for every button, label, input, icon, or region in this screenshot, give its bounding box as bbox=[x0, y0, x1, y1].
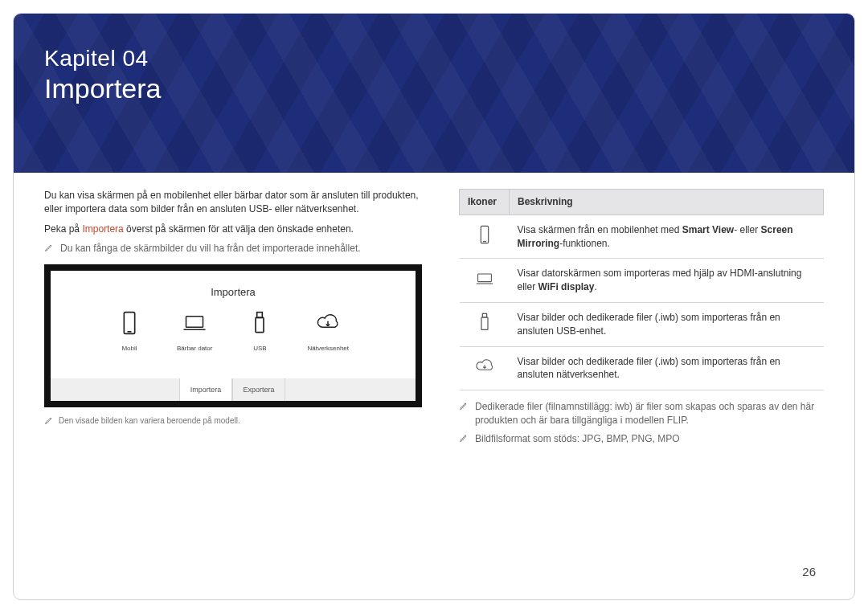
txt: - eller bbox=[734, 224, 760, 235]
mock-icons-row: Mobil Bärbar dator USB bbox=[51, 311, 416, 353]
intro-paragraph: Du kan visa skärmen på en mobilenhet ell… bbox=[44, 189, 422, 216]
mock-item-network: Nätverksenhet bbox=[307, 311, 349, 353]
table-row: Visar datorskärmen som importeras med hj… bbox=[460, 259, 824, 303]
instruction-post: överst på skärmen för att välja den önsk… bbox=[124, 223, 354, 235]
page-frame: Kapitel 04 Importera Du kan visa skärmen… bbox=[13, 13, 855, 600]
mock-item-usb: USB bbox=[248, 311, 272, 353]
svg-rect-7 bbox=[477, 274, 491, 282]
pen-icon bbox=[44, 415, 54, 428]
svg-rect-0 bbox=[124, 313, 134, 334]
txt-bold: WiFi display bbox=[538, 281, 595, 292]
laptop-icon bbox=[182, 311, 207, 339]
svg-rect-2 bbox=[186, 317, 203, 328]
laptop-icon bbox=[475, 280, 494, 291]
content-columns: Du kan visa skärmen på en mobilenhet ell… bbox=[14, 173, 854, 452]
mock-tab-exportera: Exportera bbox=[232, 378, 285, 401]
table-row: Visa skärmen från en mobilenhet med Smar… bbox=[460, 215, 824, 259]
tip-text: Du kan fånga de skärmbilder du vill ha f… bbox=[60, 242, 361, 256]
th-icons: Ikoner bbox=[460, 190, 510, 215]
row-desc: Visar bilder och dedikerade filer (.iwb)… bbox=[510, 302, 824, 346]
svg-rect-5 bbox=[481, 227, 488, 243]
pen-icon bbox=[44, 243, 54, 256]
instruction-accent: Importera bbox=[82, 223, 123, 235]
page-number: 26 bbox=[802, 565, 816, 578]
usb-icon bbox=[475, 323, 494, 334]
txt-bold: Smart View bbox=[682, 224, 734, 235]
mock-tabs: Importera Exportera bbox=[51, 378, 416, 401]
table-row: Visar bilder och dedikerade filer (.iwb)… bbox=[460, 302, 824, 346]
cloud-download-icon bbox=[316, 311, 340, 339]
svg-rect-4 bbox=[256, 318, 264, 333]
importera-screenshot: Importera Mobil Bärbar dat bbox=[44, 264, 422, 407]
instruction-pre: Peka på bbox=[44, 223, 82, 235]
tip-line: Du kan fånga de skärmbilder du vill ha f… bbox=[44, 242, 422, 256]
txt: -funktionen. bbox=[559, 238, 610, 249]
chapter-label: Kapitel 04 bbox=[44, 46, 824, 72]
row-desc: Visar datorskärmen som importeras med hj… bbox=[510, 259, 824, 303]
instruction-line: Peka på Importera överst på skärmen för … bbox=[44, 223, 422, 236]
cloud-download-icon bbox=[475, 367, 494, 378]
mock-item-mobile: Mobil bbox=[117, 311, 141, 353]
note-text: Bildfilsformat som stöds: JPG, BMP, PNG,… bbox=[475, 432, 680, 447]
row-desc: Visa skärmen från en mobilenhet med Smar… bbox=[510, 215, 824, 259]
icon-description-table: Ikoner Beskrivning Visa skärmen från en … bbox=[459, 189, 824, 390]
chapter-title: Importera bbox=[44, 73, 824, 104]
mock-item-label: Bärbar dator bbox=[177, 344, 212, 353]
mobile-icon bbox=[475, 235, 494, 247]
pen-icon bbox=[459, 401, 469, 427]
chapter-hero: Kapitel 04 Importera bbox=[14, 14, 854, 173]
caption-text: Den visade bilden kan variera beroende p… bbox=[59, 415, 240, 428]
note-text: Dedikerade filer (filnamnstillägg: iwb) … bbox=[475, 400, 824, 427]
table-row: Visar bilder och dedikerade filer (.iwb)… bbox=[460, 346, 824, 390]
mock-body: Importera Mobil Bärbar dat bbox=[51, 271, 416, 378]
th-desc: Beskrivning bbox=[510, 190, 824, 215]
left-column: Du kan visa skärmen på en mobilenhet ell… bbox=[44, 189, 422, 452]
svg-rect-8 bbox=[482, 314, 486, 318]
note-line: Bildfilsformat som stöds: JPG, BMP, PNG,… bbox=[459, 432, 824, 447]
txt: Visa skärmen från en mobilenhet med bbox=[518, 224, 682, 235]
note-line: Dedikerade filer (filnamnstillägg: iwb) … bbox=[459, 400, 824, 427]
pen-icon bbox=[459, 433, 469, 447]
mock-item-label: USB bbox=[253, 344, 266, 353]
row-desc: Visar bilder och dedikerade filer (.iwb)… bbox=[510, 346, 824, 390]
usb-icon bbox=[248, 311, 272, 339]
mobile-icon bbox=[117, 311, 141, 339]
mock-item-label: Mobil bbox=[121, 344, 137, 353]
mock-caption: Den visade bilden kan variera beroende p… bbox=[44, 415, 422, 428]
txt: . bbox=[594, 281, 596, 292]
svg-rect-9 bbox=[481, 317, 488, 329]
mock-item-laptop: Bärbar dator bbox=[177, 311, 212, 353]
svg-rect-3 bbox=[257, 313, 263, 318]
mock-tab-importera: Importera bbox=[179, 378, 232, 401]
mock-title: Importera bbox=[51, 285, 416, 300]
right-column: Ikoner Beskrivning Visa skärmen från en … bbox=[459, 189, 824, 452]
mock-item-label: Nätverksenhet bbox=[307, 344, 349, 353]
